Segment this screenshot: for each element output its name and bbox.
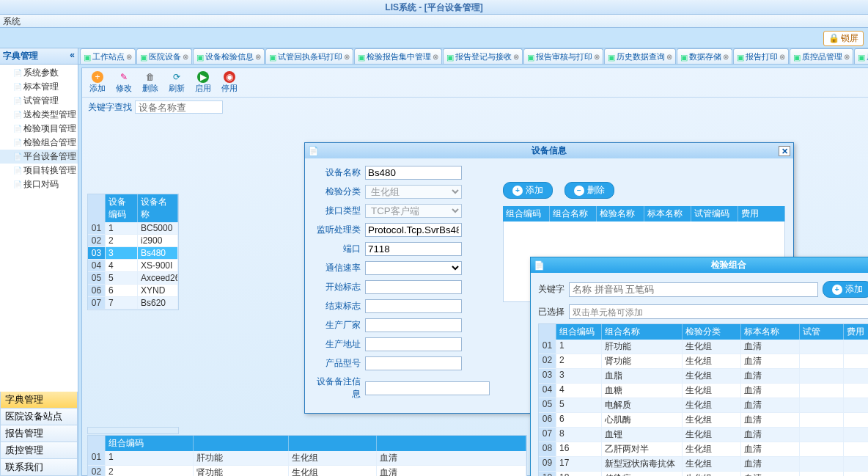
input-start-flag[interactable]: [365, 280, 462, 294]
tab-close-icon[interactable]: ⊗: [344, 53, 350, 61]
dialog-title: 检验组合: [545, 259, 868, 271]
select-baud[interactable]: [365, 261, 462, 275]
tab-strip: ▣工作站点⊗▣医院设备⊗▣设备检验信息⊗▣试管回执条码打印⊗▣检验报告集中管理⊗…: [78, 48, 868, 65]
table-row[interactable]: 022i2900: [88, 235, 178, 247]
device-del-combo-button[interactable]: −删除: [564, 182, 614, 199]
tab-close-icon[interactable]: ⊗: [433, 53, 438, 61]
table-row[interactable]: 066XYND: [88, 285, 178, 297]
tab-close-icon[interactable]: ⊗: [666, 53, 672, 61]
input-model[interactable]: [365, 356, 462, 370]
tab[interactable]: ▣工作站点⊗: [80, 48, 136, 64]
select-interface[interactable]: TCP客户端: [365, 204, 462, 218]
table-row[interactable]: 1018传染病生化组血清: [539, 472, 868, 476]
collapse-icon[interactable]: «: [70, 50, 75, 62]
table-row[interactable]: 044XS-900I: [88, 260, 178, 272]
combo-add-button[interactable]: +添加: [823, 281, 868, 298]
tab-icon: ▣: [858, 53, 865, 60]
table-row[interactable]: 044血糖生化组血清: [539, 384, 868, 398]
tab[interactable]: ▣历史数据查询⊗: [604, 48, 676, 64]
tab[interactable]: ▣设备检验信息⊗: [193, 48, 265, 64]
tab-icon: ▣: [446, 53, 454, 60]
tab[interactable]: ▣质控规则管理⊗: [854, 48, 868, 64]
tab-close-icon[interactable]: ⊗: [779, 53, 785, 61]
lock-button[interactable]: 锁屏: [823, 31, 864, 46]
tab[interactable]: ▣数据存储⊗: [677, 48, 732, 64]
label-interface: 接口类型: [312, 205, 361, 217]
toolbar-add[interactable]: +添加: [89, 71, 106, 94]
tab[interactable]: ▣试管回执条码打印⊗: [265, 48, 353, 64]
tab[interactable]: ▣报告打印⊗: [733, 48, 789, 64]
input-end-flag[interactable]: [365, 299, 462, 313]
tab-icon: ▣: [793, 53, 801, 60]
device-add-combo-button[interactable]: +添加: [503, 182, 553, 199]
table-row[interactable]: 011肝功能生化组血清: [88, 451, 526, 466]
select-category[interactable]: 生化组: [365, 185, 462, 199]
sidebar-bottom-item[interactable]: 字典管理: [0, 392, 78, 409]
tab[interactable]: ▣医院设备⊗: [136, 48, 192, 64]
toolbar-delete-label: 删除: [142, 83, 158, 94]
tab-icon: ▣: [140, 53, 147, 60]
tab-close-icon[interactable]: ⊗: [594, 53, 600, 61]
table-row[interactable]: 011BC5000: [88, 222, 178, 235]
tab[interactable]: ▣报告审核与打印⊗: [523, 48, 603, 64]
table-row[interactable]: 055Axceed26: [88, 272, 178, 285]
menu-system[interactable]: 系统: [3, 16, 21, 26]
toolbar-refresh[interactable]: ⟳刷新: [169, 71, 185, 94]
tab-close-icon[interactable]: ⊗: [844, 53, 850, 61]
toolbar-edit[interactable]: ✎修改: [116, 71, 132, 94]
sidebar-bottom-item[interactable]: 报告管理: [0, 425, 78, 442]
sidebar-item[interactable]: 项目转换管理: [0, 164, 78, 177]
table-row[interactable]: 022肾功能生化组血清: [88, 466, 526, 476]
sidebar-item[interactable]: 检验项目管理: [0, 122, 78, 136]
search-input[interactable]: [135, 100, 223, 114]
table-row[interactable]: 011肝功能生化组血清: [539, 340, 868, 354]
table-row[interactable]: 033Bs480: [88, 247, 178, 260]
table-row[interactable]: 055电解质生化组血清: [539, 398, 868, 413]
test-combo-dialog: 📄 检验组合 ✕ 关键字 +添加 连续添加 已选择 双击单元格可添加 组合编码组…: [530, 257, 868, 476]
toolbar-enable[interactable]: ▶启用: [195, 71, 211, 94]
sidebar-item[interactable]: 标本管理: [0, 80, 78, 94]
combo-grid[interactable]: 组合编码组合名称检验分类标本名称试管费用011肝功能生化组血清022肾功能生化组…: [538, 323, 868, 476]
keyword-input[interactable]: [569, 282, 818, 297]
close-icon[interactable]: ✕: [779, 146, 790, 156]
table-row[interactable]: 033血脂生化组血清: [539, 369, 868, 384]
input-listener[interactable]: [365, 223, 462, 237]
horizontal-scrollbar[interactable]: [87, 427, 179, 434]
sidebar-bottom-item[interactable]: 质控管理: [0, 442, 78, 459]
sidebar-item[interactable]: 接口对码: [0, 177, 78, 191]
input-address[interactable]: [365, 337, 462, 351]
sidebar-item[interactable]: 系统参数: [0, 66, 78, 80]
tab-close-icon[interactable]: ⊗: [183, 53, 188, 61]
tab-close-icon[interactable]: ⊗: [255, 53, 261, 61]
table-row[interactable]: 077Bs620: [88, 297, 178, 310]
sidebar-item[interactable]: 平台设备管理: [0, 150, 78, 164]
toolbar-disable[interactable]: ◉停用: [221, 71, 238, 94]
combo-lower-grid[interactable]: 组合编码011肝功能生化组血清022肾功能生化组血清033血脂生化组血清044血…: [87, 435, 527, 476]
table-row[interactable]: 0816乙肝两对半生化组血清: [539, 442, 868, 457]
sidebar-item[interactable]: 检验组合管理: [0, 136, 78, 150]
selected-box[interactable]: 双击单元格可添加: [569, 304, 868, 319]
tab-close-icon[interactable]: ⊗: [723, 53, 729, 61]
toolbar-delete[interactable]: 🗑删除: [142, 71, 158, 94]
table-row[interactable]: 022肾功能生化组血清: [539, 354, 868, 369]
label-category: 检验分类: [312, 186, 361, 198]
tab[interactable]: ▣质控品管理⊗: [790, 48, 853, 64]
input-vendor[interactable]: [365, 318, 462, 332]
table-row[interactable]: 078血锂生化组血清: [539, 428, 868, 442]
tab-close-icon[interactable]: ⊗: [513, 53, 519, 61]
device-grid[interactable]: 设备编码设备名称011BC5000022i2900033Bs480044XS-9…: [87, 194, 179, 310]
label-remark: 设备备注信息: [312, 376, 361, 400]
input-port[interactable]: [365, 242, 462, 256]
table-row[interactable]: 0917新型冠状病毒抗体生化组血清: [539, 457, 868, 472]
menu-bar[interactable]: 系统: [0, 15, 868, 28]
input-device-name[interactable]: [365, 166, 462, 180]
tab-close-icon[interactable]: ⊗: [126, 53, 132, 61]
table-row[interactable]: 066心肌酶生化组血清: [539, 413, 868, 428]
sidebar-bottom-item[interactable]: 联系我们: [0, 459, 78, 476]
tab[interactable]: ▣报告登记与接收⊗: [443, 48, 523, 64]
tab[interactable]: ▣检验报告集中管理⊗: [354, 48, 442, 64]
input-remark[interactable]: [365, 381, 490, 395]
sidebar-item[interactable]: 试管管理: [0, 94, 78, 108]
sidebar-item[interactable]: 送检类型管理: [0, 108, 78, 122]
sidebar-bottom-item[interactable]: 医院设备站点: [0, 409, 78, 425]
